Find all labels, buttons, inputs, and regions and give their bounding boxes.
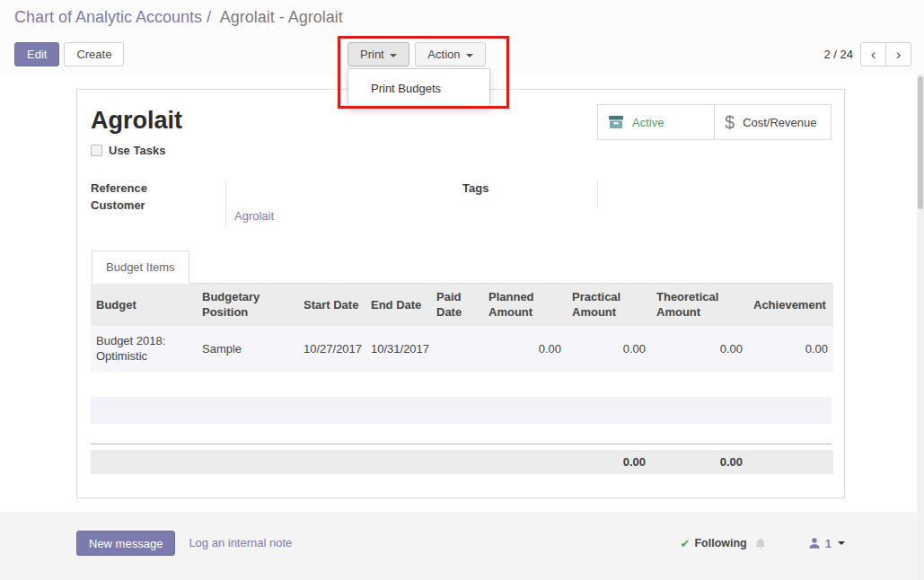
active-stat-label: Active (632, 116, 664, 129)
totals-row: 0.00 0.00 (91, 450, 833, 474)
cell-start-date[interactable]: 10/27/2017 (298, 326, 365, 372)
pager-value: 2 / 24 (823, 48, 853, 61)
empty-row-band (91, 397, 832, 424)
column-header-paid-date[interactable]: Paid Date (431, 284, 483, 326)
budget-items-table: Budget Budgetary Position Start Date End… (91, 284, 833, 372)
form-view: Active $ Cost/Revenue Agrolait Use Tasks… (0, 75, 924, 512)
use-tasks-checkbox[interactable] (91, 145, 102, 156)
print-dropdown-menu: Print Budgets (348, 68, 490, 109)
print-dropdown-button[interactable]: Print (348, 42, 409, 66)
breadcrumb: Chart of Analytic Accounts / Agrolait - … (0, 0, 924, 34)
cell-budgetary-position[interactable]: Sample (197, 326, 298, 372)
reference-customer-link[interactable]: Agrolait (234, 209, 274, 223)
column-header-end-date[interactable]: End Date (365, 284, 431, 326)
column-header-budgetary-position[interactable]: Budgetary Position (197, 284, 298, 326)
edit-button[interactable]: Edit (14, 42, 59, 66)
tags-label: Tags (462, 180, 597, 207)
cell-achievement[interactable]: 0.00 (748, 326, 833, 372)
cell-planned-amount[interactable]: 0.00 (483, 326, 567, 372)
column-header-achievement[interactable]: Achievement (748, 284, 833, 326)
action-dropdown-button[interactable]: Action (415, 42, 485, 66)
column-header-start-date[interactable]: Start Date (298, 284, 365, 326)
caret-down-icon (466, 54, 473, 57)
pager: 2 / 24 ‹ › (823, 42, 911, 66)
use-tasks-field: Use Tasks (91, 144, 832, 157)
chatter-right: ✔ Following 1 (681, 531, 845, 556)
active-stat-button[interactable]: Active (597, 104, 715, 140)
caret-down-icon (390, 54, 397, 57)
cell-budget[interactable]: Budget 2018: Optimistic (91, 326, 197, 372)
notebook-tabs: Budget Items (91, 250, 832, 284)
column-header-theoretical-amount[interactable]: Theoretical Amount (651, 284, 748, 326)
print-dropdown-label: Print (360, 48, 384, 61)
tab-budget-items[interactable]: Budget Items (92, 250, 189, 284)
cell-paid-date[interactable] (431, 326, 483, 372)
reference-customer-label: Reference Customer (91, 180, 225, 227)
bell-icon[interactable] (754, 537, 767, 550)
total-practical-amount: 0.00 (567, 450, 651, 474)
scrollbar-thumb[interactable] (918, 76, 923, 209)
table-header-row: Budget Budgetary Position Start Date End… (91, 284, 833, 326)
pager-next-button[interactable]: › (885, 42, 911, 66)
table-row[interactable]: Budget 2018: Optimistic Sample 10/27/201… (91, 326, 833, 372)
action-menus: Print Action Print Budgets (348, 42, 488, 66)
archive-icon (608, 115, 624, 129)
stat-buttons: Active $ Cost/Revenue (597, 104, 832, 140)
tags-value (597, 180, 832, 207)
chevron-left-icon: ‹ (871, 46, 876, 63)
control-panel: Edit Create Print Action Print Budgets 2… (0, 34, 924, 75)
followers-button[interactable]: 1 (808, 537, 845, 550)
create-button[interactable]: Create (64, 42, 124, 66)
dollar-icon: $ (725, 112, 735, 133)
reference-customer-field: Reference Customer Agrolait (91, 180, 462, 227)
log-internal-note-link[interactable]: Log an internal note (189, 531, 292, 556)
cost-revenue-stat-label: Cost/Revenue (743, 116, 816, 129)
sheet: Active $ Cost/Revenue Agrolait Use Tasks… (76, 89, 845, 498)
vertical-scrollbar[interactable] (917, 75, 924, 580)
cost-revenue-stat-button[interactable]: $ Cost/Revenue (714, 104, 832, 140)
follower-count: 1 (825, 537, 832, 550)
column-header-budget[interactable]: Budget (91, 284, 197, 326)
tags-field: Tags (462, 180, 832, 207)
total-theoretical-amount: 0.00 (651, 450, 748, 474)
column-header-planned-amount[interactable]: Planned Amount (483, 284, 567, 326)
new-message-button[interactable]: New message (76, 531, 175, 556)
breadcrumb-current: Agrolait - Agrolait (220, 8, 343, 26)
pager-prev-button[interactable]: ‹ (860, 42, 886, 66)
form-buttons: Edit Create (14, 42, 124, 66)
cell-end-date[interactable]: 10/31/2017 (365, 326, 431, 372)
table-footer-divider (91, 444, 832, 444)
breadcrumb-parent-link[interactable]: Chart of Analytic Accounts / (14, 8, 211, 26)
action-dropdown-label: Action (427, 48, 460, 61)
chatter: New message Log an internal note ✔ Follo… (0, 512, 924, 580)
cell-practical-amount[interactable]: 0.00 (567, 326, 651, 372)
use-tasks-label: Use Tasks (109, 144, 165, 157)
menu-item-print-budgets[interactable]: Print Budgets (348, 74, 489, 103)
cell-theoretical-amount[interactable]: 0.00 (651, 326, 748, 372)
following-button[interactable]: Following (694, 537, 746, 549)
check-icon: ✔ (681, 537, 691, 550)
field-group: Reference Customer Agrolait Tags (91, 180, 832, 227)
column-header-practical-amount[interactable]: Practical Amount (567, 284, 651, 326)
person-icon (808, 537, 821, 549)
chevron-right-icon: › (896, 46, 902, 63)
caret-down-icon (838, 541, 845, 545)
